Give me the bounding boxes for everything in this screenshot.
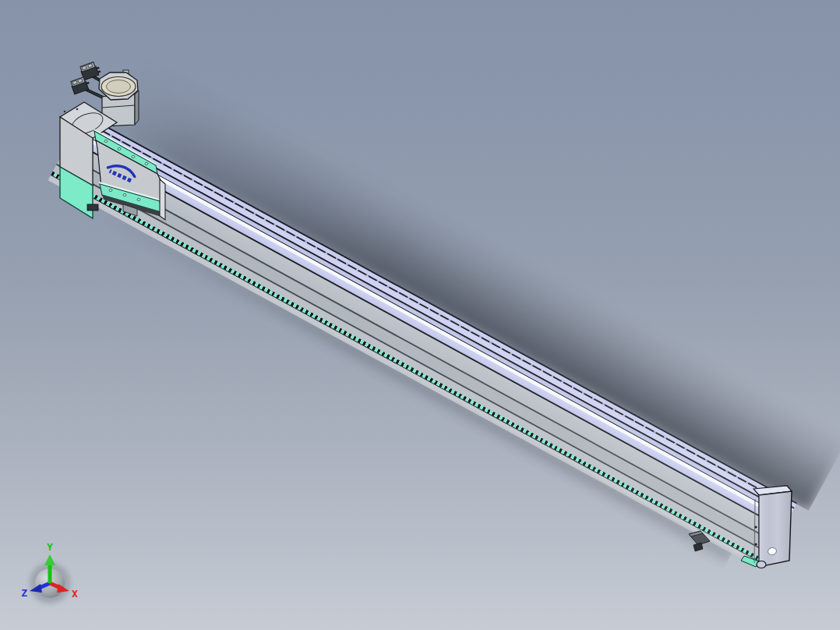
limit-sensor[interactable] — [689, 531, 710, 551]
cap-screw-hole — [754, 543, 757, 545]
orientation-triad[interactable]: Y X Z — [6, 535, 96, 613]
cad-viewport[interactable]: Y X Z — [0, 0, 840, 630]
end-block-foot — [87, 204, 98, 211]
triad-z-label: Z — [21, 587, 27, 599]
motor-flange-inner — [107, 80, 131, 94]
cap-screw-hole — [754, 526, 757, 528]
cap-rounded-foot — [757, 561, 766, 568]
carriage[interactable] — [94, 129, 165, 220]
end-cap-assembly[interactable] — [686, 480, 803, 582]
triad-x-label: X — [72, 588, 78, 600]
end-cap-face[interactable] — [754, 491, 792, 568]
drive-end-assembly[interactable] — [43, 55, 214, 242]
triad-y-label: Y — [47, 541, 53, 553]
carriage-end-face — [160, 179, 165, 220]
